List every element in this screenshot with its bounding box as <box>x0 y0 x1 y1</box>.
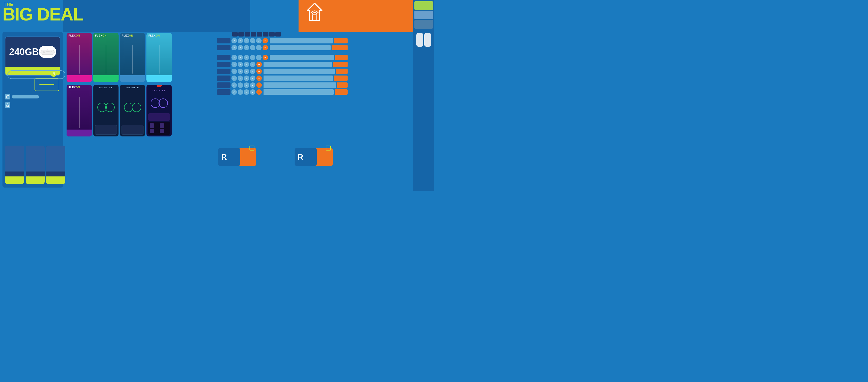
check-1-5: ✓ <box>256 38 261 43</box>
col-header-7 <box>269 32 275 36</box>
price-card-1: R <box>218 148 256 166</box>
infinite-label-2: INFINITE <box>120 85 145 90</box>
remote-area <box>148 122 170 135</box>
search-icon <box>51 71 57 77</box>
check-7-1: ✓ <box>231 82 237 88</box>
price-square-2 <box>326 146 331 150</box>
card-mid-2 <box>26 172 45 176</box>
top-banner <box>63 0 250 32</box>
orange-bar-4 <box>333 62 348 67</box>
orange-bar-8 <box>335 89 348 95</box>
search-input[interactable] <box>7 70 65 79</box>
flexon-card-cyan[interactable]: FLEXON <box>147 33 172 82</box>
house-wifi-icon <box>306 2 323 26</box>
bottom-card-3 <box>46 146 65 184</box>
remote-btn-2[interactable] <box>160 123 164 128</box>
flexon-card-purple[interactable]: FLEXON <box>67 33 92 82</box>
flexon-line-2 <box>106 45 106 74</box>
gb-amount: 240GB <box>9 47 39 57</box>
spacer-1 <box>217 52 348 55</box>
minus-4: − <box>256 62 262 67</box>
flexon-line-4 <box>159 45 159 74</box>
check-2-4: ✓ <box>250 45 255 50</box>
feature-row-4: ✓ ✓ ✓ ✓ − <box>217 62 348 67</box>
infinite-card-3[interactable]: INFINITE <box>147 85 172 137</box>
feature-label-7 <box>217 82 230 88</box>
feature-col-headers <box>232 32 348 36</box>
remote-buttons <box>150 123 168 133</box>
flexon-bottom-4 <box>147 75 172 82</box>
remote-btn-4[interactable] <box>160 129 164 133</box>
check-6-1: ✓ <box>231 76 237 81</box>
feature-checks-6: ✓ ✓ ✓ ✓ <box>231 76 255 81</box>
flexon-label-4: FLEXON <box>147 33 172 38</box>
orange-bar-5 <box>336 68 348 74</box>
orange-bar-7 <box>337 82 348 88</box>
minus-7: − <box>256 82 262 88</box>
price-card-2: R <box>294 148 333 166</box>
flexon-card-green[interactable]: FLEXON <box>93 33 119 82</box>
router-cylinder-2 <box>424 33 431 47</box>
check-8-1: ✓ <box>231 89 237 95</box>
infinite-circles-2 <box>120 90 145 125</box>
check-7-3: ✓ <box>244 82 249 88</box>
sidebar-green-block <box>414 1 433 10</box>
col-header-8 <box>275 32 281 36</box>
svg-point-5 <box>43 51 45 53</box>
feature-checks-7: ✓ ✓ ✓ ✓ <box>231 82 255 88</box>
title-big-deal: BIG DEAL <box>2 5 83 23</box>
sim-icon <box>5 94 10 99</box>
infinite-card-2[interactable]: INFINITE <box>120 85 145 137</box>
card-top-3 <box>46 146 65 172</box>
feature-bar-7 <box>264 82 336 88</box>
svg-rect-1 <box>312 15 317 21</box>
router-device-icon <box>39 46 56 58</box>
sidebar-blue-block-2 <box>414 20 433 29</box>
flexon-card-dark-purple[interactable]: FLEXON <box>67 85 92 137</box>
infinite-card-1[interactable]: INFINITE <box>93 85 119 137</box>
infinite-bottom-1 <box>95 125 117 135</box>
feature-label-5 <box>217 68 230 74</box>
flexon-label-2: FLEXON <box>93 33 119 38</box>
feature-bar-1 <box>270 38 333 43</box>
sim-label <box>12 95 39 98</box>
red-dot <box>157 85 162 87</box>
right-sidebar <box>413 0 434 191</box>
price-blue-2: R <box>294 148 317 166</box>
feature-checks-8: ✓ ✓ ✓ ✓ <box>231 89 255 95</box>
card-top-2 <box>26 146 45 172</box>
flexon-line-3 <box>132 45 133 74</box>
check-2-3: ✓ <box>244 45 249 50</box>
feature-label-2 <box>217 45 230 50</box>
card-mid-1 <box>5 172 24 176</box>
price-r-2: R <box>298 152 303 161</box>
orange-bar-1 <box>334 38 348 43</box>
card-bottom-1 <box>5 176 24 184</box>
router-cylinder-1 <box>416 33 423 47</box>
sidebar-routers <box>416 33 431 47</box>
card-bottom-2 <box>26 176 45 184</box>
infinite-label-3: INFINITE <box>147 88 172 93</box>
feature-bar-6 <box>264 76 333 81</box>
col-header-5 <box>257 32 262 36</box>
feature-checks-1: ✓ ✓ ✓ ✓ ✓ <box>231 38 261 43</box>
feature-row-5: ✓ ✓ ✓ ✓ − <box>217 68 348 74</box>
flexon-label-1: FLEXON <box>67 33 92 38</box>
flexon-line-1 <box>79 45 80 74</box>
remote-btn-1[interactable] <box>150 123 154 128</box>
feature-row-8: ✓ ✓ ✓ ✓ − <box>217 89 348 95</box>
check-8-2: ✓ <box>238 89 243 95</box>
flexon-bottom-2 <box>93 75 119 82</box>
flexon-card-blue[interactable]: FLEXON <box>120 33 145 82</box>
feature-bar-4 <box>264 62 332 67</box>
infinite-label-1: INFINITE <box>93 85 118 90</box>
check-8-4: ✓ <box>250 89 255 95</box>
minus-8: − <box>256 89 262 95</box>
check-3-5: ✓ <box>256 55 261 60</box>
remote-btn-3[interactable] <box>150 129 154 133</box>
col-header-2 <box>238 32 244 36</box>
check-5-2: ✓ <box>238 68 243 74</box>
feature-bar-8 <box>264 89 334 95</box>
feature-checks-2: ✓ ✓ ✓ ✓ ✓ <box>231 45 261 50</box>
infinite-bottom-3a <box>148 113 170 121</box>
